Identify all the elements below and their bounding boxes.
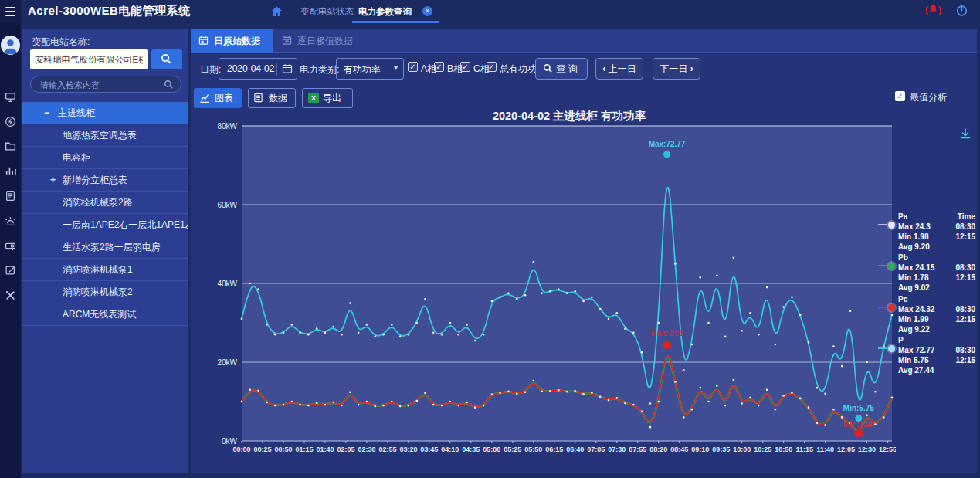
chevron-right-icon: › [690, 63, 693, 74]
station-search-button[interactable] [151, 49, 182, 69]
minus-icon[interactable]: − [44, 102, 49, 124]
checkbox-total-power[interactable]: ✓ [487, 62, 497, 72]
report-icon[interactable] [5, 190, 16, 202]
tree-item-label: 消防喷淋机械泵1 [63, 264, 133, 275]
tab-daily-raw-data[interactable]: 日原始数据 [191, 29, 273, 53]
tree-item-label: 新增分立柜总表 [63, 175, 127, 185]
svg-text:06:40: 06:40 [566, 446, 584, 453]
series-name[interactable]: Pb [898, 253, 908, 263]
export-button[interactable]: X 导出 [302, 88, 353, 108]
svg-text:Max:24.3: Max:24.3 [650, 329, 683, 337]
hamburger-menu-icon[interactable] [0, 0, 21, 23]
archive-icon[interactable] [5, 140, 16, 151]
category-select[interactable]: 有功功率 ▾ [336, 58, 404, 80]
plus-icon[interactable]: + [50, 169, 56, 192]
svg-text:07:30: 07:30 [608, 446, 626, 453]
query-button[interactable]: 查 询 [535, 58, 588, 80]
tree-item[interactable]: +新增分立柜总表 [22, 169, 188, 192]
bar-chart-icon[interactable] [5, 164, 16, 176]
legend-connector [878, 307, 887, 308]
tree-item-label: 生活水泵2路一层弱电房 [63, 242, 161, 253]
svg-text:05:50: 05:50 [524, 446, 542, 453]
tree-item[interactable]: 消防栓机械泵2路 [22, 192, 188, 214]
legend-group-pb: Pb Max 24.1508:30 Min 1.7812:15 Avg 9.02 [898, 253, 975, 293]
tree-search-input[interactable]: 请输入检索内容 [30, 76, 181, 93]
svg-text:11:15: 11:15 [795, 446, 813, 453]
device-icon[interactable] [5, 240, 16, 252]
calendar-icon [282, 36, 292, 46]
tree-item[interactable]: 地源热泵空调总表 [22, 124, 188, 147]
tree-item[interactable]: ARCM无线表测试 [22, 303, 188, 326]
svg-text:10:25: 10:25 [754, 446, 771, 453]
checkbox-phase-a[interactable]: ✓ [408, 62, 418, 72]
legend-group-pa: PaTime Max 24.308:30 Min 1.9812:15 Avg 9… [898, 212, 975, 252]
app-title: Acrel-3000WEB电能管理系统 [28, 4, 190, 19]
power-icon[interactable] [955, 4, 968, 17]
svg-text:10:00: 10:00 [733, 446, 751, 453]
header: Acrel-3000WEB电能管理系统 变配电站状态 电力参数查询 × () [0, 0, 980, 23]
legend-dot-pa[interactable] [888, 222, 895, 229]
edit-icon[interactable] [5, 264, 16, 276]
checkbox-phase-c[interactable]: ✓ [460, 62, 470, 72]
nav-tab-station-status[interactable]: 变配电站状态 [300, 6, 354, 18]
max-analysis-checkbox[interactable]: ✓ [895, 91, 905, 101]
download-icon[interactable] [959, 127, 972, 140]
tools-icon[interactable] [5, 290, 16, 301]
svg-text:01:40: 01:40 [316, 446, 334, 453]
svg-text:04:35: 04:35 [462, 446, 480, 453]
nav-tab-power-query[interactable]: 电力参数查询 [358, 6, 412, 18]
close-tab-icon[interactable]: × [422, 6, 432, 16]
svg-text:0kW: 0kW [222, 437, 238, 446]
energy-icon[interactable] [5, 116, 16, 127]
tree-item[interactable]: −主进线柜 [22, 102, 188, 124]
previous-day-button[interactable]: ‹ 上一日 [595, 58, 643, 80]
svg-text:12:30: 12:30 [858, 446, 876, 453]
series-name[interactable]: Pa [898, 212, 907, 222]
tree-item[interactable]: 电容柜 [22, 147, 188, 169]
search-icon [164, 80, 174, 90]
tree-item[interactable]: 消防喷淋机械泵1 [22, 259, 188, 281]
svg-text:09:10: 09:10 [691, 446, 709, 453]
view-chart-button[interactable]: 图表 [194, 88, 242, 108]
svg-text:04:10: 04:10 [441, 446, 459, 453]
svg-text:05:25: 05:25 [504, 446, 521, 453]
legend-connector [878, 347, 887, 349]
series-name[interactable]: P [898, 335, 904, 345]
next-day-button[interactable]: 下一日 › [653, 58, 700, 80]
tree-item[interactable]: 消防喷淋机械泵2 [22, 281, 188, 303]
alarm-bell-icon[interactable]: () [925, 4, 941, 15]
series-name[interactable]: Pc [898, 294, 907, 304]
tree-item[interactable]: 生活水泵2路一层弱电房 [22, 236, 188, 259]
station-name-input[interactable] [30, 49, 148, 69]
calendar-icon[interactable] [276, 63, 293, 76]
svg-text:03:20: 03:20 [399, 446, 417, 453]
icon-rail [0, 23, 21, 478]
svg-text:03:45: 03:45 [420, 446, 438, 453]
view-data-button[interactable]: 数据 [248, 88, 296, 108]
power-line-chart[interactable]: 0kW20kW40kW60kW80kW00:0000:2500:5001:150… [197, 120, 896, 459]
legend-dot-pb[interactable] [888, 263, 895, 270]
checkbox-phase-b[interactable]: ✓ [434, 62, 444, 72]
category-label: 电力类别: [300, 63, 339, 76]
svg-text:02:55: 02:55 [378, 446, 396, 453]
date-input[interactable]: 2020-04-02 [219, 58, 297, 80]
data-list-icon [253, 93, 263, 103]
svg-text:02:30: 02:30 [358, 446, 375, 453]
tree-item-label: 消防喷淋机械泵2 [63, 286, 133, 297]
home-icon[interactable] [270, 5, 283, 18]
tab-daily-extreme-data[interactable]: 逐日极值数据 [274, 29, 376, 53]
alarm-light-icon[interactable] [5, 215, 16, 227]
legend-dot-p[interactable] [888, 345, 895, 352]
svg-text:05:00: 05:00 [483, 446, 500, 453]
data-tabstrip: 日原始数据 逐日极值数据 [191, 29, 977, 53]
monitor-icon[interactable] [5, 91, 16, 103]
category-value: 有功功率 [344, 63, 381, 76]
svg-text:Min:1.98: Min:1.98 [843, 420, 874, 429]
svg-text:02:05: 02:05 [337, 446, 354, 453]
avatar[interactable] [1, 36, 20, 55]
svg-text:12:05: 12:05 [837, 446, 855, 453]
legend-dot-pc[interactable] [888, 304, 895, 311]
tree-item[interactable]: 一层南1APE2右一层北1APE1左 [22, 214, 188, 236]
svg-text:06:15: 06:15 [545, 446, 563, 453]
svg-text:07:05: 07:05 [587, 446, 605, 453]
